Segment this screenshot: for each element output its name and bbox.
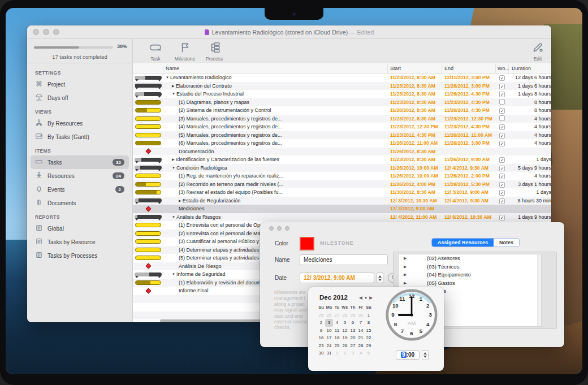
table-row[interactable]: (2) Sistema de Instrumentación y Control… — [133, 106, 551, 115]
calendar-day[interactable]: 9 — [317, 327, 325, 334]
sidebar-item-documents[interactable]: Documents — [31, 196, 129, 210]
sidebar-item-tasks-by-resource[interactable]: Tasks by Resource — [31, 235, 129, 249]
work-checkbox[interactable]: ✓ — [499, 157, 505, 163]
disclosure-triangle-icon[interactable]: ▼ — [166, 73, 169, 82]
calendar-day[interactable]: 26 — [341, 342, 349, 349]
sidebar-item-tasks[interactable]: Tasks32 — [31, 155, 129, 169]
table-row[interactable]: (1) Diagramas, planos y mapas11/23/2012,… — [133, 98, 551, 107]
work-checkbox[interactable]: ✓ — [499, 75, 505, 81]
calendar-day[interactable]: 7 — [357, 319, 365, 326]
calendar-day[interactable]: 27 — [349, 342, 357, 349]
table-row[interactable]: (2) Recorrido en terreno para medir nive… — [133, 180, 551, 189]
disclosure-triangle-icon[interactable]: ▶ — [404, 271, 407, 279]
work-checkbox[interactable]: ✓ — [499, 174, 505, 179]
calendar-day[interactable]: 26 — [325, 312, 333, 319]
work-checkbox[interactable]: ✓ — [499, 133, 505, 139]
calendar-day[interactable]: 25 — [333, 342, 341, 349]
sidebar-item-resources[interactable]: Resources24 — [31, 169, 129, 183]
calendar-day[interactable]: 19 — [341, 334, 349, 341]
calendar-day[interactable]: 28 — [341, 312, 349, 319]
calendar-day[interactable]: 2 — [341, 349, 349, 357]
calendar-day[interactable]: 4 — [333, 319, 341, 326]
calendar-day[interactable]: 1 — [365, 312, 373, 319]
calendar-day[interactable]: 20 — [349, 334, 357, 341]
edit-button[interactable]: Edit — [523, 41, 551, 62]
calendar-day[interactable]: 23 — [317, 342, 325, 349]
table-row[interactable]: ▶Estado de Regularización12/ 3/2012, 10:… — [133, 197, 551, 205]
table-row[interactable]: ▶Identificacion y Caracterizacion de las… — [133, 155, 551, 164]
calendar-day[interactable]: 5 — [341, 319, 349, 326]
calendar-day[interactable]: 1 — [333, 349, 341, 357]
table-row[interactable]: (3) Revisar el estado del equipo (Posibl… — [133, 188, 551, 197]
table-row[interactable]: (1) Reg. de mantención y/o reparación re… — [133, 172, 551, 180]
sidebar-item-events[interactable]: Events2 — [31, 183, 129, 196]
sidebar-item-tasks-by-processes[interactable]: Tasks by Processes — [31, 249, 129, 262]
milestone-button[interactable]: Milestone — [170, 41, 200, 62]
table-row[interactable]: ▼Estudio del Proceso Industrial11/23/201… — [133, 90, 551, 98]
calendar-day[interactable]: 4 — [357, 349, 365, 357]
table-row[interactable]: (3) Manuales, procedimientos y registros… — [133, 115, 551, 123]
table-row[interactable]: ▼Análisis de Riesgos12/ 4/2012, 11:00 AM… — [133, 213, 551, 222]
calendar-day[interactable]: 2 — [317, 319, 325, 326]
calendar-day[interactable]: 10 — [325, 327, 333, 334]
inspector-traffic-lights[interactable] — [269, 226, 289, 231]
calendar-day[interactable]: 6 — [349, 319, 357, 326]
sidebar-item-by-resources[interactable]: By Resources — [31, 116, 129, 130]
table-row[interactable]: ▶Elaboración del Contrato11/23/2012, 8:3… — [133, 82, 551, 90]
calendar-day[interactable]: 27 — [333, 312, 341, 319]
time-stepper[interactable] — [422, 350, 429, 360]
table-row[interactable]: ▼Levantamiento Radiologico11/23/2012, 8:… — [133, 73, 551, 82]
tab-assigned-resources[interactable]: Assigned Resources — [432, 239, 494, 246]
work-checkbox[interactable]: ✓ — [499, 215, 505, 220]
zoom-button[interactable] — [285, 226, 289, 231]
calendar-day[interactable]: 25 — [317, 312, 325, 319]
disclosure-triangle-icon[interactable]: ▼ — [172, 90, 175, 98]
disclosure-triangle-icon[interactable]: ▶ — [404, 254, 407, 263]
calendar-day[interactable]: 31 — [325, 349, 333, 357]
calendar-day[interactable]: 21 — [357, 334, 365, 341]
calendar-day[interactable]: 30 — [357, 312, 365, 319]
work-checkbox[interactable]: ✓ — [499, 198, 505, 204]
work-checkbox[interactable]: ✓ — [499, 141, 505, 146]
calendar-day[interactable]: 30 — [317, 349, 325, 357]
table-row[interactable]: (4) Manuales, procedimientos y registros… — [133, 123, 551, 131]
table-row[interactable]: ▼Condición Radiológica11/26/2012, 10:00 … — [133, 164, 551, 172]
col-start[interactable]: Start — [390, 66, 401, 71]
disclosure-triangle-icon[interactable]: ▶ — [404, 263, 407, 271]
work-checkbox[interactable]: ✓ — [499, 84, 505, 89]
calendar-day[interactable]: 12 — [341, 327, 349, 334]
date-field[interactable]: 12/ 3/2012, 9:00 AM — [300, 272, 374, 283]
disclosure-triangle-icon[interactable]: ▼ — [172, 270, 175, 279]
work-checkbox[interactable]: ✓ — [499, 190, 505, 196]
work-checkbox[interactable]: ✓ — [499, 108, 505, 114]
disclosure-triangle-icon[interactable]: ▼ — [172, 164, 175, 172]
calendar-day[interactable]: 8 — [365, 319, 373, 326]
table-row[interactable]: Documentación11/26/2012, 8:30 AM — [133, 148, 551, 156]
resource-group-row[interactable]: ▶(03) Técnicos — [399, 263, 541, 271]
tab-notes[interactable]: Notes — [494, 239, 519, 246]
work-checkbox[interactable]: ✓ — [499, 166, 505, 171]
work-checkbox[interactable] — [499, 115, 505, 121]
calendar-day[interactable]: 24 — [325, 342, 333, 349]
calendar-day[interactable]: 11 — [333, 327, 341, 334]
resource-group-row[interactable]: ▶(04) Equipamiento — [399, 271, 541, 279]
disclosure-triangle-icon[interactable]: ▶ — [179, 197, 181, 205]
col-name[interactable]: Name — [166, 66, 179, 71]
calendar-day[interactable]: 5 — [365, 349, 373, 357]
date-stepper[interactable] — [377, 272, 383, 283]
calendar-day[interactable]: 15 — [365, 327, 373, 334]
sidebar-item-global[interactable]: Global — [31, 222, 129, 235]
resource-group-row[interactable]: ▶(02) Asesores — [399, 254, 541, 263]
table-row[interactable]: (6) Manuales, procedimientos y registros… — [133, 139, 551, 148]
table-row[interactable]: Mediciones12/ 3/2012, 9:00 AM — [133, 205, 551, 213]
sidebar-item-project[interactable]: Project — [31, 77, 129, 91]
calendar-day[interactable]: 13 — [349, 327, 357, 334]
table-row[interactable]: (5) Manuales, procedimientos y registros… — [133, 131, 551, 140]
delete-button[interactable]: ♻Delete — [550, 41, 551, 62]
disclosure-triangle-icon[interactable]: ▶ — [404, 279, 407, 288]
name-field[interactable]: Mediciones — [300, 254, 388, 265]
calendar-day[interactable]: 28 — [357, 342, 365, 349]
disclosure-triangle-icon[interactable]: ▶ — [172, 155, 175, 164]
calendar-day[interactable]: 18 — [333, 334, 341, 341]
work-checkbox[interactable]: ✓ — [499, 124, 505, 130]
